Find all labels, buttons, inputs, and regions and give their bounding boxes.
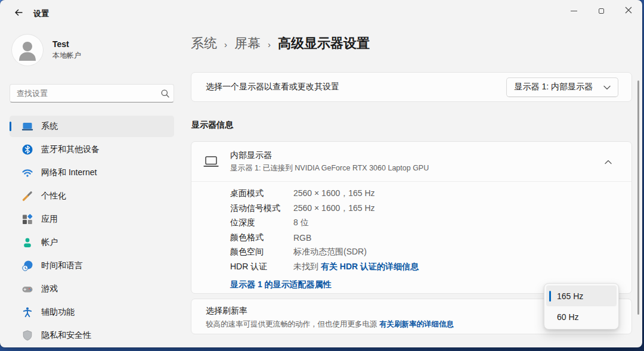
- display-info-title: 内部显示器: [230, 150, 599, 161]
- minimize-icon: [571, 11, 577, 11]
- detail-label: 活动信号模式: [230, 203, 293, 214]
- detail-label: 位深度: [230, 218, 293, 228]
- bluetooth-icon: [21, 144, 33, 156]
- sidebar: Test 本地帐户 系统: [0, 26, 179, 347]
- breadcrumb-separator: ›: [268, 38, 271, 49]
- breadcrumb: 系统 › 屏幕 › 高级显示器设置: [191, 35, 370, 52]
- collapse-button[interactable]: [599, 153, 617, 170]
- detail-label: 颜色格式: [230, 232, 293, 243]
- titlebar: 设置: [0, 0, 642, 26]
- chevron-up-icon: [605, 157, 612, 166]
- system-icon: [21, 120, 33, 132]
- settings-window: 设置 Test 本地帐户: [0, 0, 642, 347]
- sidebar-item-accounts[interactable]: 帐户: [10, 232, 174, 253]
- accessibility-icon: [21, 306, 33, 318]
- search-box: [10, 84, 174, 102]
- display-select-label: 选择一个显示器以查看或更改其设置: [206, 82, 339, 92]
- sidebar-item-bluetooth[interactable]: 蓝牙和其他设备: [10, 139, 174, 160]
- user-profile[interactable]: Test 本地帐户: [12, 35, 81, 66]
- scrollbar[interactable]: [637, 80, 639, 315]
- sidebar-item-privacy[interactable]: 隐私和安全性: [10, 325, 174, 346]
- window-controls: [560, 0, 642, 21]
- user-account-type: 本地帐户: [52, 51, 81, 61]
- display-info-subtitle: 显示器 1: 已连接到 NVIDIA GeForce RTX 3060 Lapt…: [230, 163, 599, 173]
- sidebar-item-network[interactable]: 网络和 Internet: [10, 162, 174, 184]
- apps-icon: [21, 213, 33, 225]
- back-arrow-icon: [14, 8, 23, 19]
- display-info-details: 桌面模式 2560 × 1600，165 Hz 活动信号模式 2560 × 16…: [191, 181, 631, 296]
- display-adapter-properties-link[interactable]: 显示器 1 的显示适配器属性: [230, 279, 332, 290]
- laptop-display-icon: [203, 155, 219, 168]
- close-icon: [625, 7, 632, 15]
- breadcrumb-system[interactable]: 系统: [191, 35, 217, 52]
- chevron-down-icon: [603, 82, 611, 92]
- breadcrumb-separator: ›: [224, 38, 227, 49]
- page-title: 高级显示器设置: [278, 35, 370, 52]
- detail-value: 2560 × 1600，165 Hz: [293, 203, 617, 214]
- detail-value: 标准动态范围(SDR): [293, 247, 617, 257]
- search-icon: [157, 89, 174, 98]
- refresh-rate-info-link[interactable]: 有关刷新率的详细信息: [379, 320, 454, 328]
- sidebar-item-gaming[interactable]: 游戏: [10, 278, 174, 300]
- hdr-status-text: 未找到: [293, 262, 318, 271]
- flyout-option-60hz[interactable]: 60 Hz: [546, 306, 617, 327]
- search-input[interactable]: [10, 89, 157, 98]
- close-button[interactable]: [615, 0, 642, 21]
- selection-indicator: [10, 122, 11, 131]
- sidebar-item-time-language[interactable]: 时间和语言: [10, 255, 174, 277]
- sidebar-item-personalization[interactable]: 个性化: [10, 185, 174, 207]
- maximize-icon: [599, 8, 604, 14]
- display-info-header[interactable]: 内部显示器 显示器 1: 已连接到 NVIDIA GeForce RTX 306…: [191, 142, 631, 181]
- user-name: Test: [52, 39, 81, 49]
- avatar: [12, 35, 43, 66]
- breadcrumb-display[interactable]: 屏幕: [234, 35, 261, 52]
- detail-label: HDR 认证: [230, 262, 293, 272]
- privacy-icon: [21, 330, 33, 341]
- accounts-icon: [21, 237, 33, 249]
- minimize-button[interactable]: [560, 0, 587, 21]
- detail-value: 2560 × 1600，165 Hz: [293, 188, 617, 199]
- hdr-certification-link[interactable]: 有关 HDR 认证的详细信息: [321, 262, 419, 271]
- personalization-icon: [21, 190, 33, 202]
- display-select-value: 显示器 1: 内部显示器: [515, 82, 593, 92]
- display-select-card: 选择一个显示器以查看或更改其设置 显示器 1: 内部显示器: [191, 72, 632, 102]
- detail-value: 8 位: [293, 218, 617, 228]
- main-content: 系统 › 屏幕 › 高级显示器设置 选择一个显示器以查看或更改其设置 显示器 1…: [191, 26, 632, 347]
- app-title: 设置: [33, 8, 49, 19]
- gaming-icon: [21, 283, 33, 295]
- selection-indicator: [549, 291, 551, 302]
- sidebar-item-apps[interactable]: 应用: [10, 209, 174, 230]
- sidebar-item-accessibility[interactable]: 辅助功能: [10, 302, 174, 323]
- flyout-option-165hz[interactable]: 165 Hz: [546, 285, 617, 306]
- sidebar-nav: 系统 蓝牙和其他设备 网络和 Internet: [10, 116, 174, 346]
- back-button[interactable]: [8, 5, 29, 21]
- display-info-card: 内部显示器 显示器 1: 已连接到 NVIDIA GeForce RTX 306…: [191, 141, 632, 294]
- detail-value: RGB: [293, 233, 617, 243]
- detail-label: 颜色空间: [230, 247, 293, 257]
- detail-value: 未找到 有关 HDR 认证的详细信息: [293, 262, 617, 272]
- display-select-dropdown[interactable]: 显示器 1: 内部显示器: [506, 77, 618, 97]
- network-icon: [21, 167, 33, 179]
- sidebar-item-system[interactable]: 系统: [10, 116, 174, 137]
- maximize-button[interactable]: [587, 0, 615, 21]
- desktop-background: 设置 Test 本地帐户: [0, 0, 644, 351]
- section-title-display-info: 显示器信息: [191, 120, 233, 131]
- time-language-icon: [21, 260, 33, 272]
- refresh-rate-flyout: 165 Hz 60 Hz: [544, 283, 619, 330]
- detail-label: 桌面模式: [230, 188, 293, 199]
